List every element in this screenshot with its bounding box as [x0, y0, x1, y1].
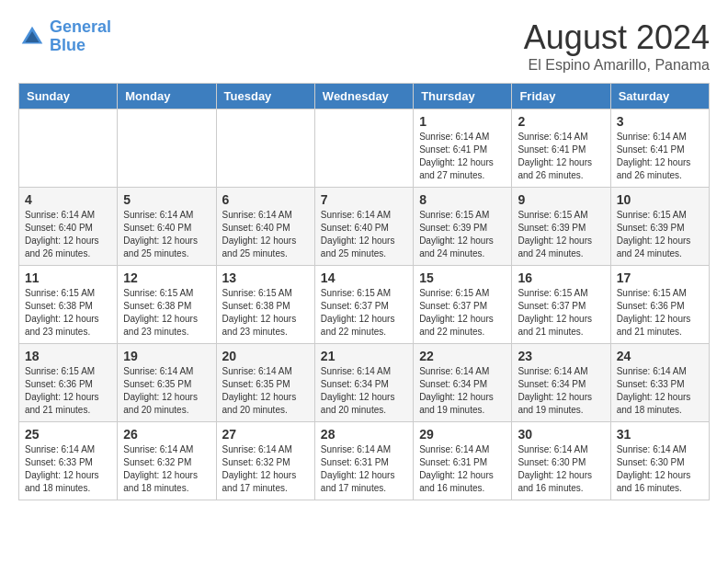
day-number: 28 [321, 427, 407, 442]
day-number: 29 [419, 427, 506, 442]
day-number: 3 [617, 114, 703, 129]
day-info: Sunrise: 6:15 AM Sunset: 6:39 PM Dayligh… [617, 209, 703, 260]
calendar-cell: 21Sunrise: 6:14 AM Sunset: 6:34 PM Dayli… [314, 344, 413, 422]
calendar-cell: 8Sunrise: 6:15 AM Sunset: 6:39 PM Daylig… [414, 188, 512, 266]
calendar-cell [314, 109, 413, 188]
calendar-cell: 6Sunrise: 6:14 AM Sunset: 6:40 PM Daylig… [216, 188, 314, 266]
day-number: 16 [518, 270, 604, 285]
day-info: Sunrise: 6:15 AM Sunset: 6:39 PM Dayligh… [518, 209, 604, 260]
calendar-week-5: 25Sunrise: 6:14 AM Sunset: 6:33 PM Dayli… [19, 422, 710, 500]
calendar-cell: 24Sunrise: 6:14 AM Sunset: 6:33 PM Dayli… [610, 344, 709, 422]
calendar-cell: 5Sunrise: 6:14 AM Sunset: 6:40 PM Daylig… [118, 188, 216, 266]
calendar-cell [118, 109, 216, 188]
day-number: 14 [321, 270, 407, 285]
day-info: Sunrise: 6:14 AM Sunset: 6:30 PM Dayligh… [617, 443, 703, 495]
day-number: 18 [25, 349, 111, 363]
day-number: 13 [222, 270, 309, 285]
day-info: Sunrise: 6:15 AM Sunset: 6:37 PM Dayligh… [321, 287, 407, 339]
day-number: 15 [419, 270, 506, 285]
calendar-cell: 20Sunrise: 6:14 AM Sunset: 6:35 PM Dayli… [216, 344, 314, 422]
day-info: Sunrise: 6:15 AM Sunset: 6:37 PM Dayligh… [419, 287, 506, 339]
calendar-cell: 15Sunrise: 6:15 AM Sunset: 6:37 PM Dayli… [414, 266, 512, 344]
day-info: Sunrise: 6:15 AM Sunset: 6:38 PM Dayligh… [222, 287, 309, 339]
day-info: Sunrise: 6:14 AM Sunset: 6:31 PM Dayligh… [419, 443, 506, 495]
day-header-monday: Monday [118, 84, 216, 109]
day-info: Sunrise: 6:14 AM Sunset: 6:31 PM Dayligh… [321, 443, 407, 495]
day-number: 25 [25, 427, 111, 442]
logo-icon [18, 23, 46, 51]
day-info: Sunrise: 6:14 AM Sunset: 6:32 PM Dayligh… [123, 443, 210, 495]
day-number: 10 [617, 192, 703, 207]
day-info: Sunrise: 6:14 AM Sunset: 6:35 PM Dayligh… [123, 365, 210, 417]
calendar-cell: 25Sunrise: 6:14 AM Sunset: 6:33 PM Dayli… [19, 422, 118, 500]
day-number: 7 [321, 192, 407, 207]
day-number: 23 [518, 349, 604, 363]
day-number: 8 [419, 192, 506, 207]
day-number: 20 [222, 349, 309, 363]
calendar-cell: 17Sunrise: 6:15 AM Sunset: 6:36 PM Dayli… [610, 266, 709, 344]
calendar-cell [19, 109, 118, 188]
day-number: 30 [518, 427, 604, 442]
calendar-body: 1Sunrise: 6:14 AM Sunset: 6:41 PM Daylig… [19, 109, 710, 500]
day-header-wednesday: Wednesday [314, 84, 413, 109]
day-header-thursday: Thursday [414, 84, 512, 109]
day-number: 2 [518, 114, 604, 129]
calendar-cell: 12Sunrise: 6:15 AM Sunset: 6:38 PM Dayli… [118, 266, 216, 344]
day-info: Sunrise: 6:15 AM Sunset: 6:38 PM Dayligh… [25, 287, 111, 339]
day-info: Sunrise: 6:14 AM Sunset: 6:34 PM Dayligh… [518, 365, 604, 417]
day-info: Sunrise: 6:15 AM Sunset: 6:37 PM Dayligh… [518, 287, 604, 339]
day-info: Sunrise: 6:14 AM Sunset: 6:41 PM Dayligh… [419, 131, 506, 182]
day-info: Sunrise: 6:15 AM Sunset: 6:36 PM Dayligh… [617, 287, 703, 339]
calendar-cell: 16Sunrise: 6:15 AM Sunset: 6:37 PM Dayli… [512, 266, 610, 344]
logo: General Blue [18, 18, 111, 55]
calendar-cell: 22Sunrise: 6:14 AM Sunset: 6:34 PM Dayli… [414, 344, 512, 422]
page-header: General Blue August 2024 El Espino Amari… [18, 18, 710, 74]
calendar-cell: 9Sunrise: 6:15 AM Sunset: 6:39 PM Daylig… [512, 188, 610, 266]
day-number: 19 [123, 349, 210, 363]
calendar-cell: 31Sunrise: 6:14 AM Sunset: 6:30 PM Dayli… [610, 422, 709, 500]
calendar-cell: 23Sunrise: 6:14 AM Sunset: 6:34 PM Dayli… [512, 344, 610, 422]
day-info: Sunrise: 6:14 AM Sunset: 6:32 PM Dayligh… [222, 443, 309, 495]
calendar-cell: 14Sunrise: 6:15 AM Sunset: 6:37 PM Dayli… [314, 266, 413, 344]
day-number: 22 [419, 349, 506, 363]
calendar-cell: 19Sunrise: 6:14 AM Sunset: 6:35 PM Dayli… [118, 344, 216, 422]
calendar-cell: 3Sunrise: 6:14 AM Sunset: 6:41 PM Daylig… [610, 109, 709, 188]
title-block: August 2024 El Espino Amarillo, Panama [524, 18, 710, 74]
logo-text: General Blue [50, 18, 111, 55]
day-info: Sunrise: 6:14 AM Sunset: 6:35 PM Dayligh… [222, 365, 309, 417]
day-info: Sunrise: 6:14 AM Sunset: 6:40 PM Dayligh… [222, 209, 309, 260]
calendar-cell: 26Sunrise: 6:14 AM Sunset: 6:32 PM Dayli… [118, 422, 216, 500]
day-number: 11 [25, 270, 111, 285]
calendar-cell: 10Sunrise: 6:15 AM Sunset: 6:39 PM Dayli… [610, 188, 709, 266]
calendar-cell: 11Sunrise: 6:15 AM Sunset: 6:38 PM Dayli… [19, 266, 118, 344]
calendar-cell [216, 109, 314, 188]
day-info: Sunrise: 6:15 AM Sunset: 6:39 PM Dayligh… [419, 209, 506, 260]
calendar-cell: 7Sunrise: 6:14 AM Sunset: 6:40 PM Daylig… [314, 188, 413, 266]
day-info: Sunrise: 6:14 AM Sunset: 6:40 PM Dayligh… [25, 209, 111, 260]
calendar-header-row: SundayMondayTuesdayWednesdayThursdayFrid… [19, 84, 710, 109]
day-info: Sunrise: 6:14 AM Sunset: 6:30 PM Dayligh… [518, 443, 604, 495]
day-number: 9 [518, 192, 604, 207]
calendar-cell: 27Sunrise: 6:14 AM Sunset: 6:32 PM Dayli… [216, 422, 314, 500]
calendar-cell: 13Sunrise: 6:15 AM Sunset: 6:38 PM Dayli… [216, 266, 314, 344]
calendar-week-3: 11Sunrise: 6:15 AM Sunset: 6:38 PM Dayli… [19, 266, 710, 344]
logo-line2: Blue [50, 36, 85, 54]
day-header-saturday: Saturday [610, 84, 709, 109]
day-number: 31 [617, 427, 703, 442]
day-number: 26 [123, 427, 210, 442]
calendar-week-1: 1Sunrise: 6:14 AM Sunset: 6:41 PM Daylig… [19, 109, 710, 188]
day-number: 4 [25, 192, 111, 207]
day-header-tuesday: Tuesday [216, 84, 314, 109]
day-number: 21 [321, 349, 407, 363]
calendar-cell: 29Sunrise: 6:14 AM Sunset: 6:31 PM Dayli… [414, 422, 512, 500]
day-info: Sunrise: 6:14 AM Sunset: 6:33 PM Dayligh… [617, 365, 703, 417]
day-info: Sunrise: 6:14 AM Sunset: 6:34 PM Dayligh… [321, 365, 407, 417]
day-info: Sunrise: 6:14 AM Sunset: 6:40 PM Dayligh… [123, 209, 210, 260]
calendar-week-4: 18Sunrise: 6:15 AM Sunset: 6:36 PM Dayli… [19, 344, 710, 422]
location-title: El Espino Amarillo, Panama [524, 57, 710, 74]
calendar-cell: 1Sunrise: 6:14 AM Sunset: 6:41 PM Daylig… [414, 109, 512, 188]
day-info: Sunrise: 6:14 AM Sunset: 6:41 PM Dayligh… [518, 131, 604, 182]
calendar-table: SundayMondayTuesdayWednesdayThursdayFrid… [18, 83, 710, 500]
day-info: Sunrise: 6:15 AM Sunset: 6:36 PM Dayligh… [25, 365, 111, 417]
day-header-friday: Friday [512, 84, 610, 109]
